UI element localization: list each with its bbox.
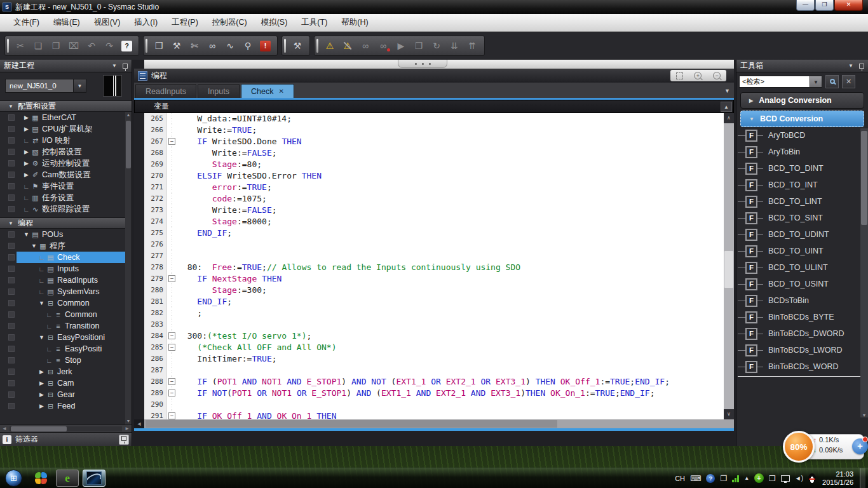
tree-item-程序[interactable]: ▼▦程序: [0, 240, 132, 252]
code-line-277[interactable]: 277: [144, 250, 724, 262]
tree-item-EtherCAT[interactable]: ▶▦EtherCAT: [0, 112, 132, 123]
scroll-down-icon[interactable]: ▼: [125, 418, 132, 424]
tree-item-Common[interactable]: ∟≡Common: [0, 309, 132, 320]
toolbox-fn-BinToBCDs_LWORD[interactable]: FBinToBCDs_LWORD: [736, 342, 868, 358]
variables-bar[interactable]: 变量 ▲: [134, 100, 734, 113]
tree-item-Gear[interactable]: ▶⊟Gear: [0, 389, 132, 400]
go-online-icon[interactable]: ⚠: [321, 38, 339, 53]
toolbox-fn-BCD_TO_ULINT[interactable]: FBCD_TO_ULINT: [736, 259, 868, 276]
help-icon[interactable]: ?: [121, 41, 132, 51]
error-list-icon[interactable]: !: [260, 41, 271, 51]
code-line-273[interactable]: 273 Write:=FALSE;: [144, 205, 724, 216]
paste-icon[interactable]: ❐: [47, 38, 65, 53]
restore-button[interactable]: ❐: [815, 0, 834, 11]
go-offline-icon[interactable]: ⚠: [339, 38, 356, 53]
fold-collapse-icon[interactable]: −: [168, 138, 175, 145]
clipboard-icon[interactable]: ❒: [769, 474, 776, 483]
code-line-286[interactable]: 286 InitTimer:=TRUE;: [144, 353, 724, 365]
code-vscrollbar[interactable]: ∧ ∨: [724, 113, 734, 419]
network-monitor-icon[interactable]: [781, 475, 790, 482]
antivirus-icon[interactable]: +: [754, 473, 764, 483]
tab-list-dropdown-icon[interactable]: ▼: [724, 88, 730, 94]
rebuild-icon[interactable]: ✄: [186, 38, 203, 53]
toolbox-fn-BCD_TO_LINT[interactable]: FBCD_TO_LINT: [736, 193, 868, 210]
toolbox-fn-BCDsToBin[interactable]: FBCDsToBin: [736, 292, 868, 309]
toolbox-fn-BCD_TO_INT[interactable]: FBCD_TO_INT: [736, 177, 868, 193]
tree-expand-icon[interactable]: ▼: [37, 334, 46, 341]
toolbox-fn-BCD_TO_DINT[interactable]: FBCD_TO_DINT: [736, 160, 868, 177]
tree-item-Cam[interactable]: ▶⊟Cam: [0, 377, 132, 389]
toolbox-search-input[interactable]: [739, 76, 810, 88]
fold-collapse-icon[interactable]: −: [168, 275, 175, 282]
tree-item-Jerk[interactable]: ▶⊟Jerk: [0, 366, 132, 377]
code-line-287[interactable]: 287: [144, 365, 724, 376]
scroll-up-icon[interactable]: ∧: [724, 113, 734, 123]
tree-expand-icon[interactable]: ▶: [22, 149, 31, 155]
tree-expand-icon[interactable]: ▶: [37, 369, 46, 375]
transfer-to-controller-icon[interactable]: ⇊: [445, 38, 463, 53]
tree-item-Inputs[interactable]: ∟▤Inputs: [0, 263, 132, 274]
toolbox-header[interactable]: 工具箱 ▼: [736, 60, 868, 72]
fold-collapse-icon[interactable]: −: [168, 412, 175, 419]
tree-expand-icon[interactable]: ▼: [37, 300, 46, 306]
tree-expand-icon[interactable]: ▶: [22, 172, 31, 178]
toolbox-group-analog[interactable]: ▶ Analog Conversion: [740, 92, 864, 109]
cut-icon[interactable]: ✂: [11, 38, 29, 53]
menu-工程(P)[interactable]: 工程(P): [165, 15, 205, 30]
pin-icon[interactable]: [859, 64, 864, 69]
code-line-279[interactable]: 279− IF NextStage THEN: [144, 273, 724, 285]
tab-close-icon[interactable]: ✕: [278, 88, 283, 95]
delete-icon[interactable]: ⌧: [65, 38, 83, 53]
code-line-268[interactable]: 268 Write:=FALSE;: [144, 147, 724, 159]
tree-expand-icon[interactable]: ▶: [22, 114, 31, 121]
taskbar-app-browser[interactable]: e: [56, 470, 79, 487]
code-line-289[interactable]: 289− IF NOT(POT1 OR NOT1 OR E_STOP1) AND…: [144, 388, 724, 399]
check-program-icon[interactable]: ∞: [203, 38, 221, 53]
menu-控制器(C)[interactable]: 控制器(C): [205, 15, 254, 30]
tab-Check[interactable]: Check✕: [241, 84, 294, 98]
tree-item-Stop[interactable]: ∟≡Stop: [0, 355, 132, 366]
wifi-icon[interactable]: [732, 475, 739, 482]
search-dropdown-icon[interactable]: ▼: [810, 76, 822, 88]
tree-item-Feed[interactable]: ▶⊟Feed: [0, 400, 132, 412]
code-line-265[interactable]: 265 W_data:=UINT#10#14;: [144, 113, 724, 125]
tray-expand-icon[interactable]: ▲: [744, 475, 749, 481]
menu-帮助(H)[interactable]: 帮助(H): [334, 15, 375, 30]
minimize-button[interactable]: —: [796, 0, 815, 11]
tree-expand-icon[interactable]: ▼: [22, 231, 31, 238]
synchronize-icon[interactable]: ↻: [428, 38, 445, 53]
menu-文件(F)[interactable]: 文件(F): [6, 15, 46, 30]
zoom-out-icon[interactable]: −: [713, 72, 721, 79]
speed-widget[interactable]: ↑0.1K/s ↓0.09K/s + 80%: [783, 431, 868, 464]
tab-Inputs[interactable]: Inputs: [198, 84, 240, 98]
toolbox-fn-BCD_TO_SINT[interactable]: FBCD_TO_SINT: [736, 210, 868, 226]
tree-expand-icon[interactable]: ▶: [37, 380, 46, 386]
menu-模拟(S)[interactable]: 模拟(S): [254, 15, 295, 30]
fold-collapse-icon[interactable]: −: [168, 332, 175, 339]
tree-item-Cam数据设置[interactable]: ▶✐Cam数据设置: [0, 169, 132, 180]
search-button[interactable]: [825, 75, 839, 88]
search-icon[interactable]: ⚲: [239, 38, 257, 53]
code-line-282[interactable]: 282 ;: [144, 308, 724, 319]
title-bar[interactable]: S 新建工程 - new_NJ501_0 - Sysmac Studio — ❐…: [0, 0, 868, 14]
chevron-down-icon[interactable]: ▼: [112, 63, 117, 69]
code-line-275[interactable]: 275 END_IF;: [144, 227, 724, 239]
tree-expand-icon[interactable]: ▼: [30, 243, 38, 249]
fit-to-window-icon[interactable]: [676, 72, 683, 79]
scroll-up-icon[interactable]: ▲: [125, 112, 132, 118]
tree-expand-icon[interactable]: ▶: [22, 160, 31, 166]
tab-ReadInputs[interactable]: ReadInputs: [135, 84, 196, 98]
tree-item-数据跟踪设置[interactable]: ∟∿数据跟踪设置: [0, 203, 132, 215]
menu-插入(I)[interactable]: 插入(I): [127, 15, 165, 30]
scrollbar-thumb[interactable]: [126, 121, 131, 168]
menu-工具(T)[interactable]: 工具(T): [294, 15, 334, 30]
pin-icon[interactable]: [123, 64, 128, 69]
zoom-in-icon[interactable]: +: [694, 72, 702, 79]
show-desktop-button[interactable]: [860, 468, 865, 488]
section-config[interactable]: ▼ 配置和设置: [0, 100, 132, 112]
taskbar-app-pinwheel[interactable]: [29, 470, 52, 487]
undo-icon[interactable]: ↶: [83, 38, 100, 53]
tree-item-ReadInputs[interactable]: ∟▤ReadInputs: [0, 274, 132, 286]
filter-bar[interactable]: i 筛选器: [0, 432, 132, 446]
stop-monitor-icon[interactable]: ∞: [374, 38, 392, 53]
